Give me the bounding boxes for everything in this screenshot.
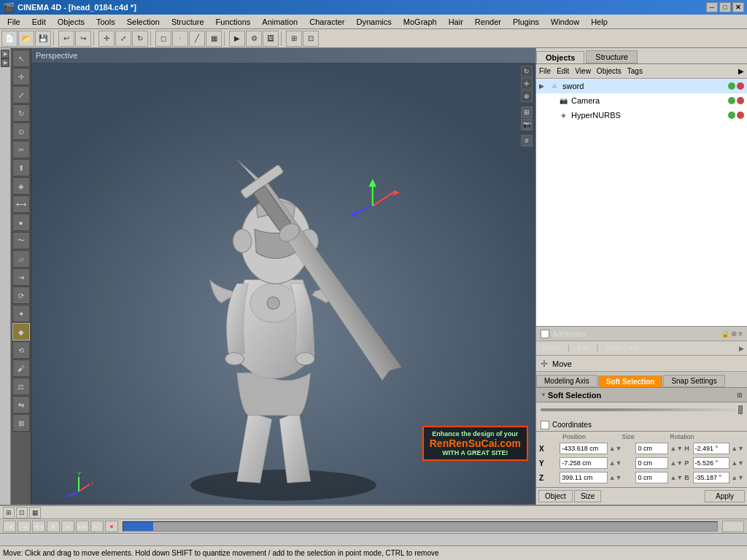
pos-field-x[interactable]: -433.618 cm xyxy=(560,443,608,454)
vp-pan-icon[interactable]: ✛ xyxy=(521,78,533,90)
pos-arrow-y[interactable]: ▲▼ xyxy=(609,459,622,467)
transport-prev[interactable]: ◀ xyxy=(18,521,31,532)
tool-rotate[interactable]: ↻ xyxy=(12,104,30,122)
menu-item-plugins[interactable]: Plugins xyxy=(507,15,545,28)
dot-visible-sword[interactable] xyxy=(728,82,735,90)
tool-bevel[interactable]: ◈ xyxy=(12,177,30,195)
menu-item-hair[interactable]: Hair xyxy=(443,15,469,28)
point-mode[interactable]: · xyxy=(172,31,188,47)
tool-iron[interactable]: ▱ xyxy=(12,250,30,268)
tool-weight[interactable]: ⚖ xyxy=(12,378,30,395)
rot-arrow-h[interactable]: ▲▼ xyxy=(731,445,744,452)
transport-next[interactable]: ▶| xyxy=(90,521,104,532)
obj-menu-edit[interactable]: Edit xyxy=(557,67,569,75)
rot-field-h[interactable]: -2.491 ° xyxy=(693,443,730,454)
tool-active[interactable]: ◆ xyxy=(12,323,30,341)
vp-zoom-icon[interactable]: ⊕ xyxy=(521,90,533,102)
object-button[interactable]: Object xyxy=(538,490,573,502)
render-to-pic[interactable]: 🖼 xyxy=(263,31,279,47)
menu-item-file[interactable]: File xyxy=(1,15,26,28)
tool-bridge[interactable]: ⟷ xyxy=(12,195,30,213)
vp-rotate-icon[interactable]: ↻ xyxy=(521,66,533,77)
left-tool-1[interactable]: ▶ xyxy=(1,50,9,58)
transport-play-back[interactable]: ◀◀ xyxy=(32,521,45,532)
save-button[interactable]: 💾 xyxy=(35,31,51,47)
tool-slide[interactable]: ⇥ xyxy=(12,268,30,286)
tool-move[interactable]: ✛ xyxy=(12,68,30,85)
obj-row-hypernurbs[interactable]: ◈ HyperNURBS xyxy=(536,108,747,122)
menu-item-selection[interactable]: Selection xyxy=(121,15,166,28)
size-button[interactable]: Size xyxy=(574,490,601,502)
lock-icon-2[interactable]: ⊕ xyxy=(731,330,737,338)
move-tool[interactable]: ✛ xyxy=(98,31,115,47)
obj-menu-arrow[interactable]: ▶ xyxy=(738,67,744,75)
menu-item-window[interactable]: Window xyxy=(545,15,585,28)
tool-loop[interactable]: ⟳ xyxy=(12,287,30,304)
attr-mode-mode[interactable]: Mode xyxy=(539,344,563,352)
lock-icon-1[interactable]: 🔒 xyxy=(721,330,729,338)
tab-soft-selection[interactable]: Soft Selection xyxy=(598,376,663,387)
tool-weld[interactable]: ● xyxy=(12,214,30,231)
tl-btn-3[interactable]: ▦ xyxy=(29,507,41,518)
minimize-button[interactable]: ─ xyxy=(706,2,718,12)
rot-arrow-b[interactable]: ▲▼ xyxy=(731,474,744,481)
menu-item-tools[interactable]: Tools xyxy=(90,15,121,28)
transport-stop[interactable]: ■ xyxy=(47,521,60,532)
obj-row-camera[interactable]: 📷 Camera xyxy=(536,93,747,108)
tab-objects[interactable]: Objects xyxy=(536,51,584,63)
transport-start[interactable]: |◀ xyxy=(3,521,16,532)
vp-frame-icon[interactable]: ⊞ xyxy=(521,106,533,118)
soft-sel-expand[interactable]: ⊞ xyxy=(737,392,743,399)
transport-play[interactable]: ▶ xyxy=(61,521,74,532)
menu-item-mograph[interactable]: MoGraph xyxy=(398,15,443,28)
tool-mirror[interactable]: ⇆ xyxy=(12,396,30,413)
soft-sel-slider-handle[interactable] xyxy=(738,405,743,414)
apply-button[interactable]: Apply xyxy=(705,490,745,502)
timeline-scrubber[interactable] xyxy=(123,521,718,532)
obj-row-sword[interactable]: ▶ ⚔ sword xyxy=(536,79,747,93)
obj-menu-tags[interactable]: Tags xyxy=(627,67,643,75)
poly-mode[interactable]: ▦ xyxy=(206,31,222,47)
size-field-y[interactable]: 0 cm xyxy=(635,457,668,469)
size-arrow-x[interactable]: ▲▼ xyxy=(670,445,683,452)
size-field-z[interactable]: 0 cm xyxy=(635,472,668,483)
attr-mode-userdata[interactable]: User Data xyxy=(603,344,641,352)
tl-btn-1[interactable]: ⊞ xyxy=(3,507,15,518)
pos-field-y[interactable]: -7.258 cm xyxy=(560,457,608,469)
transport-play-fwd[interactable]: ▶▶ xyxy=(76,521,89,532)
menu-item-objects[interactable]: Objects xyxy=(52,15,90,28)
lock-icon-3[interactable]: ≡ xyxy=(738,330,743,338)
soft-sel-collapse[interactable]: ▼ xyxy=(541,392,546,398)
vp-grid-icon[interactable]: # xyxy=(521,135,533,147)
rotate-tool[interactable]: ↻ xyxy=(132,31,148,47)
rot-field-p[interactable]: -5.526 ° xyxy=(693,457,730,469)
edge-mode[interactable]: ╱ xyxy=(189,31,205,47)
attr-mode-edit[interactable]: Edit xyxy=(574,344,592,352)
undo-button[interactable]: ↩ xyxy=(58,31,74,47)
rot-field-b[interactable]: -35.187 ° xyxy=(693,472,730,483)
attr-checkbox[interactable] xyxy=(541,330,549,338)
tab-modeling-axis[interactable]: Modeling Axis xyxy=(536,375,597,387)
pos-arrow-z[interactable]: ▲▼ xyxy=(609,474,622,481)
obj-menu-file[interactable]: File xyxy=(539,67,551,75)
viewport[interactable]: Edit Cameras Display Filter View ⊕ ▲ ▼ +… xyxy=(31,48,535,505)
perspective-view[interactable]: ⊡ xyxy=(303,31,319,47)
attr-arrow-right[interactable]: ▶ xyxy=(739,345,744,352)
scale-tool[interactable]: ⤢ xyxy=(115,31,131,47)
vp-camera-icon[interactable]: 📷 xyxy=(521,119,533,131)
pos-field-z[interactable]: 399.11 cm xyxy=(560,472,608,483)
render-button[interactable]: ▶ xyxy=(229,31,245,47)
model-mode[interactable]: ◻ xyxy=(155,31,171,47)
dot-visible-hypernurbs[interactable] xyxy=(728,112,735,119)
menu-item-render[interactable]: Render xyxy=(469,15,507,28)
dot-render-sword[interactable] xyxy=(737,82,744,90)
tool-pointer[interactable]: ↖ xyxy=(12,50,30,67)
dot-render-camera[interactable] xyxy=(737,97,744,104)
tool-smooth[interactable]: 〜 xyxy=(12,232,30,249)
tool-magnet[interactable]: ⊙ xyxy=(12,122,30,140)
tab-snap-settings[interactable]: Snap Settings xyxy=(663,375,724,387)
tool-paint[interactable]: 🖌 xyxy=(12,359,30,377)
tl-btn-2[interactable]: ⊡ xyxy=(16,507,28,518)
size-field-x[interactable]: 0 cm xyxy=(635,443,668,454)
soft-sel-slider[interactable] xyxy=(541,408,737,411)
